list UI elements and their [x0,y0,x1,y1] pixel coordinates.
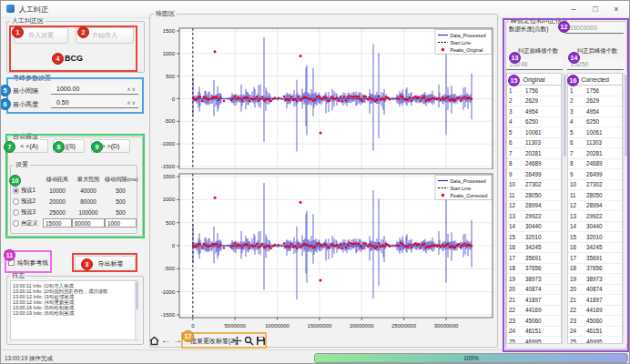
table-row[interactable]: 2244169 [568,306,622,317]
table-row[interactable]: 611303 [507,138,561,149]
table-row[interactable]: 824689 [507,159,561,170]
original-table-scrollbar[interactable] [562,73,566,344]
preset-row-name[interactable]: 预设3 [13,208,43,217]
original-table[interactable]: Original 1175622629349544625051006161130… [506,73,562,344]
table-row[interactable]: 2141897 [568,295,622,306]
chart-peaks-original[interactable]: 150010005000-500-1000-1500Data_Processed… [149,19,498,169]
svg-text:1500: 1500 [163,28,176,34]
table-row[interactable]: 34954 [568,106,622,117]
home-icon[interactable] [148,335,159,346]
table-row[interactable]: 46250 [507,117,561,128]
preset-row-name[interactable]: 预设1 [13,187,43,195]
table-row[interactable]: 2546995 [507,337,561,344]
table-row[interactable]: 1027302 [507,180,561,191]
svg-text:Peaks_Original: Peaks_Original [451,47,483,53]
svg-text:10000000: 10000000 [265,323,290,329]
preset-custom-input[interactable] [43,218,72,228]
table-row[interactable]: 46250 [568,117,622,128]
chart-peaks-corrected[interactable]: 150010005000-500-1000-150005000000100000… [149,169,498,331]
table-row[interactable]: 510061 [507,127,561,138]
preset-custom-input[interactable] [72,218,105,228]
spinner-chevrons-icon[interactable]: ∧∨ [127,99,137,106]
table-row[interactable]: 1634245 [507,243,561,254]
minimize-button[interactable]: – [564,3,584,15]
table-row[interactable]: 1837656 [507,264,561,275]
table-row[interactable]: 1430440 [568,222,622,233]
after-count-label: 纠正后峰值个数 [577,47,617,56]
import-settings-button[interactable]: 导入设置 [14,27,68,44]
table-row[interactable]: 2345060 [568,316,622,327]
batch-edit-labels-button[interactable]: 批量更改标签(Z) [190,337,237,346]
table-row[interactable]: 720281 [568,148,622,159]
maximize-button[interactable]: □ [585,3,605,15]
min-height-spinner[interactable]: 0.50 ∧∨ [51,96,138,108]
table-row[interactable]: 2141897 [507,295,561,306]
svg-text:20000000: 20000000 [350,323,374,329]
autoplay-next-button[interactable]: > >(D) [91,139,130,153]
table-row[interactable]: 1329922 [507,211,561,222]
table-row[interactable]: 2546995 [568,337,622,344]
table-row[interactable]: 1837656 [568,264,622,275]
ref-line-checkbox[interactable] [8,259,15,266]
svg-text:-500: -500 [164,266,176,271]
table-row[interactable]: 34954 [507,106,561,117]
table-row[interactable]: 2345060 [507,316,561,327]
table-row[interactable]: 1128050 [507,190,561,201]
table-row[interactable]: 22629 [568,96,622,107]
table-row[interactable]: 22629 [507,96,561,107]
table-row[interactable]: 1027302 [568,180,622,191]
table-row[interactable]: 2040874 [568,285,622,296]
svg-text:Start Line: Start Line [451,186,472,191]
table-row[interactable]: 611303 [568,138,622,149]
forward-icon[interactable]: → [172,334,183,345]
table-row[interactable]: 510061 [568,127,622,138]
autoplay-pause-button[interactable]: | |(S) [53,139,85,153]
table-row[interactable]: 1938973 [568,274,622,285]
table-row[interactable]: 926499 [507,169,561,180]
min-interval-spinner[interactable]: 1000.00 ∧∨ [51,83,138,95]
table-row[interactable]: 1532010 [568,232,622,243]
close-button[interactable]: × [606,3,626,15]
corrected-table-scrollbar[interactable] [623,73,627,344]
preset-radio[interactable] [13,220,19,227]
table-row[interactable]: 2244169 [507,306,561,317]
table-row[interactable]: 2446151 [568,327,622,338]
corrected-table[interactable]: Corrected 117562262934954462505100616113… [567,73,623,344]
table-row[interactable]: 1329922 [568,211,622,222]
export-labels-button[interactable]: 导出标签 [75,256,136,271]
save-icon[interactable] [255,335,266,346]
log-scrollbar[interactable] [135,281,138,339]
pan-icon[interactable] [231,335,242,346]
preset-radio[interactable] [13,187,19,194]
table-row[interactable]: 1735691 [507,253,561,264]
table-row[interactable]: 1532010 [507,232,561,243]
start-import-button[interactable]: 开始导入 [76,27,134,44]
preset-value: 20000 [43,198,72,205]
svg-text:-1000: -1000 [161,141,176,147]
back-icon[interactable]: ← [160,334,171,345]
preset-radio[interactable] [13,209,19,216]
table-row[interactable]: 2040874 [507,285,561,296]
table-row[interactable]: 824689 [568,159,622,170]
corrected-table-rows: 1175622629349544625051006161130372028182… [568,86,622,344]
table-row[interactable]: 926499 [568,169,622,180]
table-row[interactable]: 1634245 [568,243,622,254]
table-row[interactable]: 1938973 [507,274,561,285]
table-row[interactable]: 1228994 [568,201,622,212]
preset-custom-input[interactable] [105,218,137,228]
autoplay-prev-button[interactable]: < <(A) [10,139,48,153]
table-row[interactable]: 1228994 [507,201,561,212]
svg-text:Data_Processed: Data_Processed [451,178,486,184]
preset-row-name[interactable]: 预设2 [13,197,43,206]
table-row[interactable]: 1430440 [507,222,561,233]
table-row[interactable]: 1128050 [568,190,622,201]
spinner-chevrons-icon[interactable]: ∧∨ [127,86,137,92]
table-row[interactable]: 720281 [507,148,561,159]
zoom-icon[interactable] [243,335,254,346]
table-row[interactable]: 2446151 [507,327,561,338]
table-row[interactable]: 11756 [568,86,622,96]
table-row[interactable]: 1735691 [568,253,622,264]
table-row[interactable]: 11756 [507,86,561,96]
preset-radio[interactable] [13,198,19,205]
preset-row-name[interactable]: 自定义 [13,219,43,228]
